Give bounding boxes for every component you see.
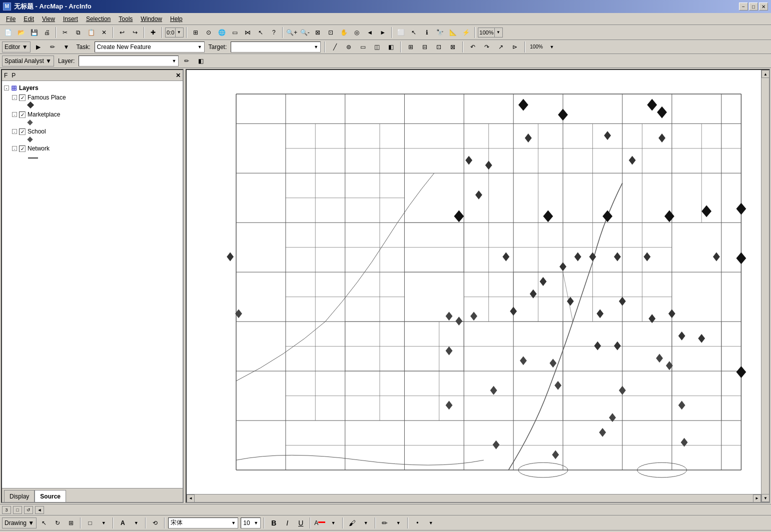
drawing-transform-btn[interactable]: ⟲ xyxy=(149,518,161,528)
globe-button[interactable]: 🌐 xyxy=(216,27,228,38)
edit-tool3[interactable]: ▭ xyxy=(357,42,369,52)
edit-tool10[interactable]: ↶ xyxy=(467,42,479,52)
window-controls[interactable]: − □ ✕ xyxy=(739,2,768,10)
drawing-rect-dropdown[interactable]: ▼ xyxy=(98,518,110,528)
network-collapse-btn[interactable]: - xyxy=(12,146,17,151)
paste-button[interactable]: 📋 xyxy=(85,27,97,38)
task-dropdown-arrow[interactable]: ▼ xyxy=(198,44,202,50)
map-ctrl-btn2[interactable]: □ xyxy=(13,506,22,514)
layers-collapse-btn[interactable]: - xyxy=(4,86,9,90)
find-button[interactable]: 🔭 xyxy=(434,27,446,38)
edit-tool8[interactable]: ⊡ xyxy=(433,42,445,52)
edit-tool7[interactable]: ⊟ xyxy=(419,42,431,52)
save-button[interactable]: 💾 xyxy=(28,27,40,38)
menu-edit[interactable]: Edit xyxy=(20,14,38,24)
edit-tool5[interactable]: ◧ xyxy=(385,42,397,52)
layer-marketplace-row[interactable]: - ✓ Marketplace xyxy=(12,111,181,118)
target-dropdown-arrow[interactable]: ▼ xyxy=(314,44,318,50)
layer-school-row[interactable]: - ✓ School xyxy=(12,128,181,135)
edit-tool1[interactable]: ╱ xyxy=(329,42,341,52)
font-color-btn[interactable]: A xyxy=(314,518,326,528)
map-hscrollbar[interactable]: ◄ ► xyxy=(187,494,761,502)
menu-view[interactable]: View xyxy=(38,14,59,24)
font-name-arrow[interactable]: ▼ xyxy=(231,520,236,526)
edit-tool9[interactable]: ⊠ xyxy=(447,42,459,52)
display-tab[interactable]: Display xyxy=(4,490,35,502)
zoom-extent-button[interactable]: ⊠ xyxy=(312,27,324,38)
cursor-button[interactable]: ↖ xyxy=(255,27,267,38)
layer-famous-place-row[interactable]: - ✓ Famous Place xyxy=(12,94,181,101)
rotate-button[interactable]: ◎ xyxy=(351,27,363,38)
editor-dropdown[interactable]: Editor ▼ xyxy=(2,42,31,52)
edit-run-button[interactable]: ▶ xyxy=(33,42,45,52)
underline-btn[interactable]: U xyxy=(295,518,307,528)
minimize-button[interactable]: − xyxy=(739,2,748,10)
font-size-arrow[interactable]: ▼ xyxy=(254,520,258,526)
menu-insert[interactable]: Insert xyxy=(59,14,82,24)
zoom-dropdown[interactable]: 100% ▼ xyxy=(478,28,503,38)
source-tab[interactable]: Source xyxy=(35,490,66,502)
zoom-dropdown-arrow[interactable]: ▼ xyxy=(494,28,501,37)
marketplace-collapse-btn[interactable]: - xyxy=(12,112,17,117)
pan-button[interactable]: ✋ xyxy=(338,27,350,38)
scale-dropdown-arrow[interactable]: ▼ xyxy=(175,28,182,37)
open-button[interactable]: 📂 xyxy=(15,27,27,38)
rect-button[interactable]: ▭ xyxy=(229,27,241,38)
edit-tool2[interactable]: ⊚ xyxy=(343,42,355,52)
fill-color-btn[interactable]: 🖌 xyxy=(346,518,358,528)
font-color-dropdown[interactable]: ▼ xyxy=(327,518,339,528)
famous-place-collapse-btn[interactable]: - xyxy=(12,95,17,100)
menu-help[interactable]: Help xyxy=(166,14,187,24)
digitize-button[interactable]: ⊞ xyxy=(190,27,202,38)
toc-close-button[interactable]: ✕ xyxy=(176,72,181,79)
bold-btn[interactable]: B xyxy=(268,518,280,528)
edit-tool11[interactable]: ↷ xyxy=(481,42,493,52)
delete-button[interactable]: ✕ xyxy=(98,27,110,38)
fill-color-dropdown[interactable]: ▼ xyxy=(360,518,372,528)
drawing-rect-btn[interactable]: □ xyxy=(84,518,96,528)
edit-tool12[interactable]: ↗ xyxy=(495,42,507,52)
menu-file[interactable]: File xyxy=(2,14,20,24)
edit-tool13[interactable]: ⊳ xyxy=(509,42,521,52)
spatial-analyst-dropdown[interactable]: Spatial Analyst ▼ xyxy=(2,56,54,66)
map-vscrollbar[interactable]: ▲ ▼ xyxy=(761,70,769,502)
menu-selection[interactable]: Selection xyxy=(82,14,115,24)
hscroll-left-btn[interactable]: ◄ xyxy=(187,494,195,502)
menu-window[interactable]: Window xyxy=(137,14,166,24)
drawing-rotate-btn[interactable]: ↻ xyxy=(52,518,64,528)
scale-dropdown[interactable]: 0:0 ▼ xyxy=(165,28,184,38)
select-button[interactable]: ↖ xyxy=(408,27,420,38)
font-size-dropdown[interactable]: 10 ▼ xyxy=(241,518,261,528)
cut-button[interactable]: ✂ xyxy=(59,27,71,38)
nav-button[interactable]: ⋈ xyxy=(242,27,254,38)
measure-button[interactable]: 📐 xyxy=(447,27,459,38)
dot-dropdown[interactable]: ▼ xyxy=(425,518,437,528)
edit-pencil-down-button[interactable]: ▼ xyxy=(61,42,73,52)
famous-place-checkbox[interactable]: ✓ xyxy=(19,94,26,101)
undo-button[interactable]: ↩ xyxy=(116,27,128,38)
map-ctrl-btn3[interactable]: ↺ xyxy=(24,506,33,514)
zoom-full-button[interactable]: ⊡ xyxy=(325,27,337,38)
close-button[interactable]: ✕ xyxy=(759,2,768,10)
print-button[interactable]: 🖨 xyxy=(41,27,53,38)
forward-button[interactable]: ► xyxy=(377,27,389,38)
menu-tools[interactable]: Tools xyxy=(115,14,137,24)
map-ctrl-btn4[interactable]: ◄ xyxy=(35,506,44,514)
georef-button[interactable]: ⊙ xyxy=(203,27,215,38)
layer-dropdown-arrow[interactable]: ▼ xyxy=(172,58,176,64)
drawing-arrow-btn[interactable]: ↖ xyxy=(38,518,50,528)
info-button[interactable]: ℹ xyxy=(421,27,433,38)
zoom-pct-dropdown-btn[interactable]: ▼ xyxy=(546,42,558,52)
spatial-tool2[interactable]: ◧ xyxy=(195,56,207,66)
edit-pencil-button[interactable]: ✏ xyxy=(47,42,59,52)
add-data-button[interactable]: ✚ xyxy=(147,27,159,38)
copy-button[interactable]: ⧉ xyxy=(72,27,84,38)
school-collapse-btn[interactable]: - xyxy=(12,129,17,134)
line-color-dropdown[interactable]: ▼ xyxy=(392,518,404,528)
bookmark-button[interactable]: ⬜ xyxy=(395,27,407,38)
maximize-button[interactable]: □ xyxy=(749,2,758,10)
target-dropdown[interactable]: ▼ xyxy=(231,42,321,52)
layer-dropdown[interactable]: ▼ xyxy=(79,56,179,66)
redo-button[interactable]: ↪ xyxy=(129,27,141,38)
hscroll-right-btn[interactable]: ► xyxy=(753,494,761,502)
